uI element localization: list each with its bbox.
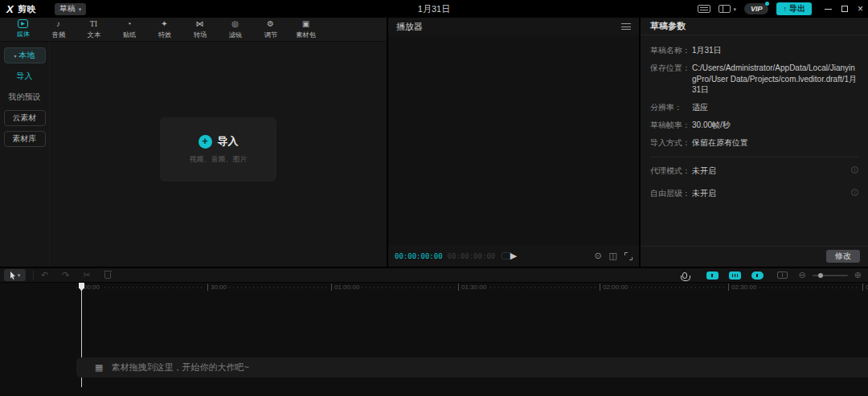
- ruler-label: 30:00: [205, 284, 229, 291]
- select-tool-button[interactable]: ▾: [4, 269, 26, 281]
- draft-menu-button[interactable]: 草稿 ▾: [55, 3, 87, 15]
- param-row-save-location: 保存位置： C:/Users/Administrator/AppData/Loc…: [650, 63, 858, 96]
- param-row-framerate: 草稿帧率： 30.00帧/秒: [650, 120, 858, 131]
- tab-effects[interactable]: ✦ 特效: [149, 19, 179, 40]
- info-icon[interactable]: [851, 189, 858, 196]
- chevron-down-icon: ▾: [79, 6, 82, 12]
- player-menu-icon[interactable]: [621, 23, 631, 30]
- media-tabstrip: ▶ 媒体 ♪ 音频 TI 文本 ◔ 贴纸 ✦ 特效 ⋈ 转场 ◎ 滤镜 ⚙ 调节: [0, 18, 387, 42]
- media-sidebar: ▾ 本地 导入 我的预设 云素材 素材库: [0, 42, 50, 267]
- media-file-icon: ▦: [95, 363, 103, 372]
- sidebar-item-local[interactable]: ▾ 本地: [4, 47, 46, 63]
- plus-icon: +: [199, 135, 212, 149]
- param-row-proxy-mode: 代理模式： 未开启: [650, 165, 858, 177]
- tab-audio[interactable]: ♪ 音频: [43, 19, 73, 40]
- player-viewport[interactable]: [388, 35, 639, 245]
- sidebar-item-my-presets[interactable]: 我的预设: [4, 89, 46, 105]
- document-title: 1月31日: [418, 3, 450, 15]
- sparkle-icon: ✦: [161, 19, 167, 29]
- dropzone-hint-text: 素材拖拽到这里，开始你的大作吧~: [111, 361, 248, 374]
- info-icon[interactable]: [851, 166, 858, 174]
- draft-params-panel: 草稿参数 草稿名称： 1月31日 保存位置： C:/Users/Administ…: [641, 18, 868, 267]
- ruler-label: 02:30:00: [726, 284, 759, 291]
- auto-snap-toggle[interactable]: [729, 271, 741, 280]
- keyboard-shortcuts-icon[interactable]: [698, 5, 710, 13]
- play-button[interactable]: ▶: [510, 251, 517, 261]
- sidebar-item-import[interactable]: 导入: [4, 68, 46, 84]
- ruler-label: 03:00:00: [860, 284, 868, 291]
- app-logo: X 剪映: [0, 3, 37, 15]
- app-name: 剪映: [18, 3, 37, 15]
- import-dropzone-card[interactable]: + 导入 视频、音频、图片: [160, 117, 276, 182]
- player-control-bar: 00:00:00:00 00:00:00:00 ▶ ⊙ ◫: [388, 245, 639, 267]
- param-row-import-mode: 导入方式： 保留在原有位置: [650, 137, 858, 149]
- upload-icon: ↑: [783, 5, 787, 13]
- tab-text[interactable]: TI 文本: [79, 19, 108, 40]
- window-close-button[interactable]: ×: [858, 4, 863, 14]
- total-time: 00:00:00:00: [448, 252, 496, 260]
- timeline-toolbar: ▾ ↶ ↷ ✂ ⊖ ⊕: [0, 267, 868, 283]
- track-dropzone[interactable]: ▦ 素材拖拽到这里，开始你的大作吧~: [76, 357, 868, 378]
- asset-pack-icon: ▣: [302, 19, 309, 29]
- tab-adjust[interactable]: ⚙ 调节: [256, 19, 285, 40]
- vip-badge[interactable]: VIP: [744, 3, 769, 14]
- tab-media[interactable]: ▶ 媒体: [8, 19, 38, 39]
- divider: [650, 157, 858, 157]
- timeline-zoom-out-button[interactable]: ⊖: [799, 271, 806, 280]
- player-panel: 播放器 00:00:00:00 00:00:00:00 ▶ ⊙ ◫: [388, 18, 639, 267]
- param-row-free-layer: 自由层级： 未开启: [650, 188, 858, 199]
- aspect-ratio-icon[interactable]: ◫: [609, 251, 617, 260]
- timeline-area[interactable]: 00:00 30:00 01:00:00 01:30:00 02:00:00 0…: [0, 283, 868, 396]
- param-row-name: 草稿名称： 1月31日: [650, 45, 858, 56]
- window-maximize-button[interactable]: [841, 6, 848, 12]
- ruler-label: 01:00:00: [329, 284, 362, 291]
- zoom-slider-thumb[interactable]: [818, 273, 823, 278]
- draft-menu-label: 草稿: [59, 3, 76, 14]
- media-play-icon: ▶: [18, 19, 28, 28]
- draft-params-title: 草稿参数: [650, 20, 686, 32]
- layout-switch-button[interactable]: ▾: [719, 5, 736, 13]
- redo-icon[interactable]: ↷: [62, 271, 69, 280]
- import-button-label: 导入: [218, 134, 239, 149]
- ruler-label: 01:30:00: [456, 284, 489, 291]
- app-logo-icon: X: [6, 4, 14, 14]
- import-hint-text: 视频、音频、图片: [190, 154, 248, 165]
- param-row-resolution: 分辨率： 适应: [650, 102, 858, 113]
- layout-icon: [719, 5, 731, 13]
- preview-axis-toggle[interactable]: [777, 271, 788, 279]
- fullscreen-icon[interactable]: [624, 252, 633, 260]
- export-button[interactable]: ↑ 导出: [776, 2, 812, 15]
- timeline-zoom-in-button[interactable]: ⊕: [854, 271, 862, 280]
- modify-button[interactable]: 修改: [826, 250, 860, 263]
- undo-icon[interactable]: ↶: [41, 271, 48, 280]
- export-label: 导出: [789, 3, 805, 14]
- preview-quality-icon[interactable]: ⊙: [594, 251, 601, 260]
- current-time: 00:00:00:00: [395, 252, 443, 260]
- window-minimize-button[interactable]: [825, 9, 832, 10]
- text-ti-icon: TI: [90, 19, 97, 29]
- tab-asset-pack[interactable]: ▣ 素材包: [291, 19, 321, 40]
- delete-icon[interactable]: [104, 272, 111, 279]
- triangle-down-icon: ▾: [14, 53, 16, 59]
- adjust-sliders-icon: ⚙: [267, 19, 274, 29]
- tab-sticker[interactable]: ◔ 贴纸: [114, 19, 144, 40]
- filter-circles-icon: ◎: [231, 19, 239, 29]
- media-library-panel: ▶ 媒体 ♪ 音频 TI 文本 ◔ 贴纸 ✦ 特效 ⋈ 转场 ◎ 滤镜 ⚙ 调节: [0, 18, 387, 267]
- tab-filter[interactable]: ◎ 滤镜: [220, 19, 250, 40]
- sidebar-item-asset-library[interactable]: 素材库: [4, 131, 46, 147]
- record-audio-mic-icon[interactable]: [682, 272, 687, 279]
- split-icon[interactable]: ✂: [83, 271, 90, 280]
- divider: [641, 246, 868, 247]
- link-toggle[interactable]: [751, 271, 764, 280]
- music-note-icon: ♪: [56, 19, 60, 29]
- cursor-icon: [10, 271, 16, 280]
- chevron-down-icon: ▾: [18, 272, 21, 278]
- sidebar-item-cloud-assets[interactable]: 云素材: [4, 110, 46, 126]
- tab-transition[interactable]: ⋈ 转场: [185, 19, 215, 40]
- timeline-zoom-slider[interactable]: [813, 275, 848, 276]
- main-track-magnet-toggle[interactable]: [706, 271, 719, 280]
- title-bar: X 剪映 草稿 ▾ 1月31日 ▾ VIP ↑ 导出 ×: [0, 0, 868, 18]
- sticker-icon: ◔: [126, 19, 131, 29]
- divider: [33, 271, 34, 280]
- transition-bowtie-icon: ⋈: [196, 19, 204, 29]
